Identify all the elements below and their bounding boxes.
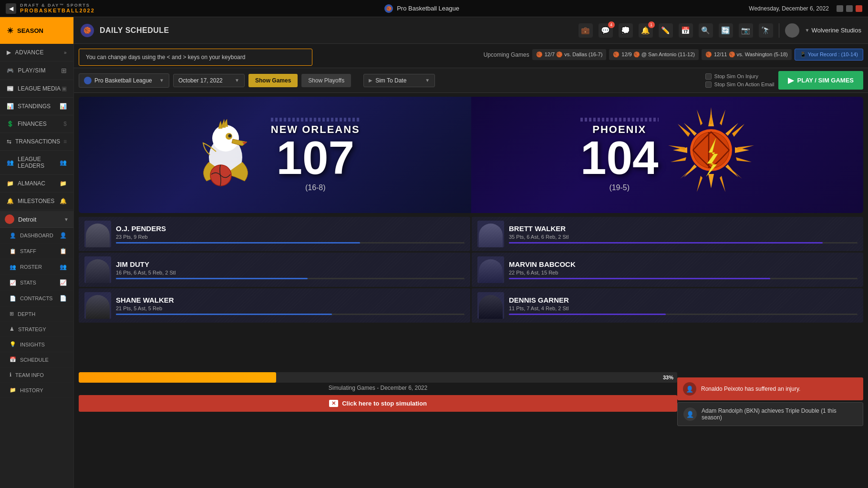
svg-point-3: [228, 134, 231, 138]
chat-icon[interactable]: 💬 4: [599, 23, 613, 38]
maximize-button[interactable]: [846, 5, 853, 12]
sidebar-item-insights[interactable]: 💡INSIGHTS: [0, 337, 73, 352]
player-card-shane-walker[interactable]: SHANE WALKER 21 Pts, 5 Ast, 5 Reb: [79, 288, 470, 323]
date-select[interactable]: October 17, 2022 ▼: [173, 74, 245, 87]
show-games-button[interactable]: Show Games: [248, 74, 298, 87]
keyboard-notification: You can change days using the < and > ke…: [79, 49, 312, 66]
svg-marker-25: [697, 176, 703, 192]
sidebar-item-advance[interactable]: ▶ADVANCE »: [0, 44, 73, 61]
scoreboard: NEW ORLEANS 107 (16-8) PHOENIX 104 (19-5…: [79, 97, 863, 213]
sidebar-item-schedule[interactable]: 📅SCHEDULE: [0, 352, 73, 367]
marvin-babcock-name: MARVIN BABCOCK: [509, 260, 858, 268]
sidebar-item-finances[interactable]: 💲FINANCES $: [0, 115, 73, 133]
user-avatar: [785, 23, 799, 38]
stop-sim-injury-checkbox[interactable]: [705, 73, 712, 80]
record-badge[interactable]: 📱 Your Record : (10-14): [795, 49, 863, 61]
shane-walker-name: SHANE WALKER: [116, 296, 465, 304]
sim-status: Simulating Games - December 6, 2022: [79, 385, 677, 391]
refresh-icon[interactable]: 🔄: [719, 23, 733, 38]
main-header: 🏀 DAILY SCHEDULE 💼 💬 4 💭 🔔 1 ✏️ 📅 🔍 🔄 📷 …: [74, 17, 868, 44]
sidebar-item-history[interactable]: 📁HISTORY: [0, 383, 73, 398]
bell-icon[interactable]: 🔔 1: [639, 23, 653, 38]
play-sim-button[interactable]: ▶ PLAY / SIM GAMES: [778, 71, 863, 90]
oj-penders-name: O.J. PENDERS: [116, 224, 465, 233]
svg-marker-15: [697, 110, 703, 125]
stop-simulation-button[interactable]: ✕ Click here to stop simulation: [79, 395, 677, 412]
game-chip-1[interactable]: 🏀 12/7 🏀 vs. Dallas (16-7): [532, 49, 607, 60]
svg-marker-11: [684, 164, 697, 177]
sidebar: ☀ SEASON ▶ADVANCE » 🎮PLAY/SIM ⊞ 📰LEAGUE …: [0, 17, 74, 488]
svg-point-1: [212, 125, 239, 152]
team-selector[interactable]: Detroit ▼: [0, 211, 73, 228]
sidebar-item-playsim[interactable]: 🎮PLAY/SIM ⊞: [0, 61, 73, 80]
player-card-dennis-garner[interactable]: DENNIS GARNER 11 Pts, 7 Ast, 4 Reb, 2 St…: [472, 288, 863, 323]
progress-label: 33%: [663, 375, 673, 380]
svg-marker-13: [710, 107, 713, 124]
phoenix-score-info: PHOENIX 104 (19-5): [580, 118, 659, 192]
injury-notification[interactable]: 👤 Ronaldo Peixoto has suffered an injury…: [677, 377, 863, 400]
sidebar-item-league-leaders[interactable]: 👥LEAGUE LEADERS 👥: [0, 151, 73, 175]
search-icon[interactable]: 🔍: [699, 23, 713, 38]
stop-sim-action-checkbox[interactable]: [705, 81, 712, 88]
suns-logo: [668, 107, 754, 203]
player-card-oj-penders[interactable]: O.J. PENDERS 23 Pts, 9 Reb: [79, 217, 470, 251]
svg-marker-17: [678, 124, 690, 137]
svg-marker-6: [708, 174, 714, 188]
user-dropdown[interactable]: ▼ Wolverine Studios: [805, 27, 861, 34]
svg-marker-10: [725, 123, 738, 136]
calendar-icon[interactable]: 📅: [679, 23, 693, 38]
show-playoffs-button[interactable]: Show Playoffs: [301, 74, 351, 87]
briefcase-icon[interactable]: 💼: [579, 23, 593, 38]
notifications-panel: 👤 Ronaldo Peixoto has suffered an injury…: [677, 377, 863, 426]
player-card-brett-walker[interactable]: BRETT WALKER 35 Pts, 6 Ast, 6 Reb, 2 Stl: [472, 217, 863, 251]
dennis-garner-stats: 11 Pts, 7 Ast, 4 Reb, 2 Stl: [509, 305, 858, 311]
sidebar-item-staff[interactable]: 📋STAFF 📋: [0, 244, 73, 259]
season-tab[interactable]: ☀ SEASON: [0, 17, 73, 44]
sidebar-item-team-info[interactable]: ℹTEAM INFO: [0, 367, 73, 383]
sidebar-item-contracts[interactable]: 📄CONTRACTS 📄: [0, 291, 73, 306]
window-title: 🏀 Pro Basketball League: [384, 4, 459, 13]
dennis-garner-name: DENNIS GARNER: [509, 296, 858, 304]
sidebar-item-transactions[interactable]: ⇆TRANSACTIONS ≡: [0, 133, 73, 151]
sidebar-item-milestones[interactable]: 🔔MILESTONES 🔔: [0, 193, 73, 210]
svg-marker-14: [720, 110, 725, 125]
pelicans-logo: [190, 119, 261, 191]
back-icon[interactable]: ◀: [6, 3, 16, 14]
edit-icon[interactable]: ✏️: [659, 23, 673, 38]
close-button[interactable]: [856, 5, 862, 12]
new-orleans-score-info: NEW ORLEANS 107 (16-8): [271, 118, 360, 192]
svg-marker-12: [725, 164, 738, 177]
shane-walker-stats: 21 Pts, 5 Ast, 5 Reb: [116, 305, 465, 311]
brett-walker-stats: 35 Pts, 6 Ast, 6 Reb, 2 Stl: [509, 234, 858, 240]
upcoming-label: Upcoming Games: [484, 51, 529, 58]
game-chip-3[interactable]: 🏀 12/11 🏀 vs. Washington (5-18): [702, 49, 792, 60]
sidebar-item-almanac[interactable]: 📁ALMANAC 📁: [0, 175, 73, 193]
marvin-babcock-stats: 22 Pts, 6 Ast, 15 Reb: [509, 270, 858, 275]
main-content: You can change days using the < and > ke…: [74, 44, 868, 488]
players-grid: O.J. PENDERS 23 Pts, 9 Reb BRETT WALKER …: [79, 217, 863, 323]
sidebar-item-standings[interactable]: 📊STANDINGS 📊: [0, 98, 73, 115]
player-card-jim-duty[interactable]: JIM DUTY 16 Pts, 6 Ast, 5 Reb, 2 Stl: [79, 253, 470, 287]
svg-marker-24: [720, 176, 725, 192]
sidebar-item-roster[interactable]: 👥ROSTER 👥: [0, 259, 73, 275]
league-select[interactable]: Pro Basketball League ▼: [79, 73, 169, 88]
sidebar-item-dashboard[interactable]: 👤DASHBOARD 👤: [0, 228, 73, 244]
minimize-button[interactable]: [837, 5, 843, 12]
oj-penders-stats: 23 Pts, 9 Reb: [116, 234, 465, 240]
sidebar-item-stats[interactable]: 📈STATS 📈: [0, 275, 73, 291]
sidebar-item-depth[interactable]: ⊞DEPTH: [0, 306, 73, 322]
sidebar-item-league-media[interactable]: 📰LEAGUE MEDIA ▣: [0, 80, 73, 98]
triple-double-notification[interactable]: 👤 Adam Randolph (BKN) achieves Triple Do…: [677, 402, 863, 426]
user-name: Wolverine Studios: [811, 27, 861, 34]
jim-duty-stats: 16 Pts, 6 Ast, 5 Reb, 2 Stl: [116, 270, 465, 275]
camera-icon[interactable]: 📷: [739, 23, 753, 38]
binoculars-icon[interactable]: 🔭: [759, 23, 773, 38]
speech-icon[interactable]: 💭: [619, 23, 633, 38]
jim-duty-name: JIM DUTY: [116, 260, 465, 268]
player-card-marvin-babcock[interactable]: MARVIN BABCOCK 22 Pts, 6 Ast, 15 Reb: [472, 253, 863, 287]
daily-schedule-label: DAILY SCHEDULE: [100, 26, 169, 35]
sim-select[interactable]: ▶ Sim To Date ▼: [363, 74, 435, 87]
game-chip-2[interactable]: 🏀 12/9 🏀 @ San Antonio (11-12): [609, 49, 699, 60]
sidebar-item-strategy[interactable]: ♟STRATEGY: [0, 322, 73, 337]
team-name: Detroit: [18, 216, 36, 223]
